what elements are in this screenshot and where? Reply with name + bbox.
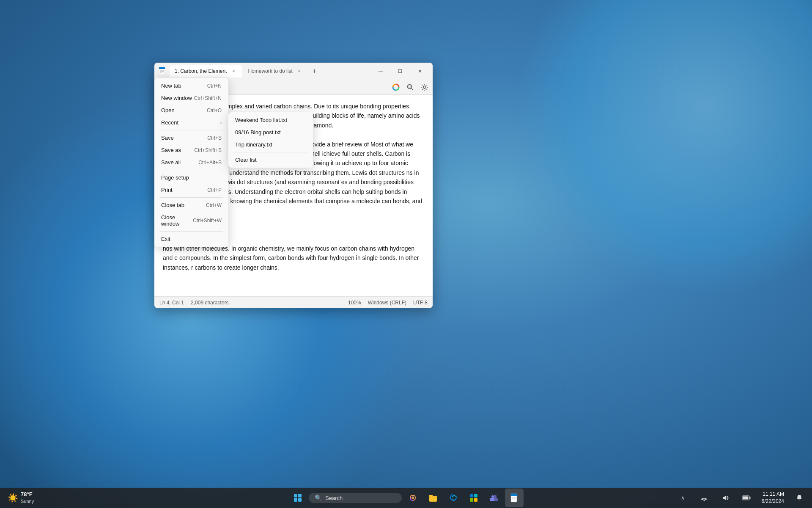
svg-rect-11 [429,496,437,502]
char-count: 2,009 characters [191,300,228,306]
paragraph-4: nds with other molecules. In organic che… [163,244,424,272]
new-tab-button[interactable]: + [309,65,321,77]
menu-close-tab[interactable]: Close tab Ctrl+W [156,199,227,211]
menu-page-setup-label: Page setup [161,174,189,181]
menu-save-all-shortcut: Ctrl+Alt+S [198,160,222,166]
tab-homework-label: Homework to do list [248,68,292,74]
menu-save-shortcut: Ctrl+S [207,135,222,141]
menu-recent[interactable]: Recent › [156,116,227,129]
file-explorer-button[interactable] [424,489,442,507]
menu-save-as-label: Save as [161,147,181,153]
menu-new-window[interactable]: New window Ctrl+Shift+N [156,92,227,104]
menu-save[interactable]: Save Ctrl+S [156,132,227,144]
menu-new-window-label: New window [161,95,192,101]
volume-icon[interactable] [716,489,735,507]
menu-new-window-shortcut: Ctrl+Shift+N [194,95,222,101]
taskbar-search[interactable]: 🔍 Search [309,493,402,503]
theme-icon-btn[interactable] [390,81,402,94]
encoding: UTF-8 [413,300,428,306]
tray-overflow-button[interactable]: ∧ [674,489,692,507]
svg-rect-1 [159,67,165,69]
edge-button[interactable] [444,489,463,507]
minimize-button[interactable]: — [371,64,390,78]
store-button[interactable] [464,489,483,507]
separator-4 [159,231,223,232]
tab-homework[interactable]: Homework to do list × [243,65,307,77]
teams-button[interactable] [485,489,503,507]
copilot-button[interactable] [403,489,422,507]
menu-save-label: Save [161,135,174,141]
menu-save-as-shortcut: Ctrl+Shift+S [194,147,222,153]
svg-rect-20 [511,494,517,496]
tabs-area: 1. Carbon, the Element × Homework to do … [170,65,369,77]
menu-new-tab-shortcut: Ctrl+N [207,83,222,89]
notification-button[interactable] [790,489,809,507]
window-controls: — ☐ ✕ [371,64,429,78]
status-right: 100% Windows (CRLF) UTF-8 [348,300,428,306]
menu-close-window-label: Close window [161,214,193,227]
close-button[interactable]: ✕ [410,64,429,78]
line-ending: Windows (CRLF) [368,300,406,306]
file-dropdown-menu: New tab Ctrl+N New window Ctrl+Shift+N O… [154,78,228,247]
menu-exit[interactable]: Exit [156,233,227,245]
menu-exit-label: Exit [161,236,170,242]
tray-overflow-icon: ∧ [681,495,685,501]
network-icon[interactable] [695,489,713,507]
start-button[interactable] [288,489,307,507]
clock-time: 11:11 AM [763,491,784,498]
menu-close-tab-label: Close tab [161,202,184,208]
battery-icon[interactable] [737,489,756,507]
svg-point-9 [423,86,426,88]
zoom-level: 100% [348,300,361,306]
svg-rect-14 [474,494,477,497]
menu-print[interactable]: Print Ctrl+P [156,184,227,196]
menu-open[interactable]: Open Ctrl+O [156,104,227,116]
svg-rect-16 [474,498,477,502]
notepad-app-icon [158,67,166,75]
menu-recent-arrow: › [220,120,222,125]
svg-rect-12 [429,495,433,497]
settings-icon-btn[interactable] [418,81,431,94]
search-icon: 🔍 [315,494,322,501]
weather-icon: ☀️ [8,493,18,503]
separator-1 [159,130,223,130]
menu-save-as[interactable]: Save as Ctrl+Shift+S [156,144,227,156]
menu-close-tab-shortcut: Ctrl+W [206,202,222,208]
menu-new-tab[interactable]: New tab Ctrl+N [156,80,227,92]
menu-save-all-label: Save all [161,159,181,166]
svg-point-8 [408,85,411,88]
recent-item-2[interactable]: 09/16 Blog post.txt [230,126,311,138]
maximize-button[interactable]: ☐ [390,64,410,78]
recent-clear-list[interactable]: Clear list [230,154,311,166]
title-bar: 1. Carbon, the Element × Homework to do … [154,63,433,80]
status-bar: Ln 4, Col 1 2,009 characters 100% Window… [154,296,433,308]
menu-save-all[interactable]: Save all Ctrl+Alt+S [156,156,227,168]
recent-item-3[interactable]: Trip itinerary.txt [230,138,311,151]
menu-close-window[interactable]: Close window Ctrl+Shift+W [156,211,227,230]
svg-rect-13 [470,494,473,497]
weather-widget[interactable]: ☀️ 78°F Sunny [3,489,38,506]
svg-marker-25 [723,496,726,500]
weather-condition: Sunny [21,498,34,504]
tab-carbon-label: 1. Carbon, the Element [175,68,227,74]
tab-carbon[interactable]: 1. Carbon, the Element × [170,65,242,77]
separator-3 [159,197,223,198]
system-tray: ∧ 11:11 AM [674,489,809,507]
recent-item-1[interactable]: Weekend Todo list.txt [230,114,311,126]
notepad-taskbar-button[interactable] [505,489,524,507]
search-label: Search [325,495,343,501]
menu-open-label: Open [161,107,175,113]
menu-right-icons [390,81,431,94]
tab-homework-close[interactable]: × [296,68,303,75]
weather-temp: 78°F [21,491,34,498]
menu-new-tab-label: New tab [161,83,181,89]
find-icon-btn[interactable] [404,81,417,94]
menu-open-shortcut: Ctrl+O [207,108,222,113]
svg-rect-27 [749,497,750,499]
clock-date: 6/22/2024 [762,498,784,505]
system-clock[interactable]: 11:11 AM 6/22/2024 [758,489,787,507]
menu-close-window-shortcut: Ctrl+Shift+W [193,218,222,224]
menu-page-setup[interactable]: Page setup [156,171,227,184]
tab-carbon-close[interactable]: × [230,68,237,75]
status-left: Ln 4, Col 1 2,009 characters [159,300,340,306]
